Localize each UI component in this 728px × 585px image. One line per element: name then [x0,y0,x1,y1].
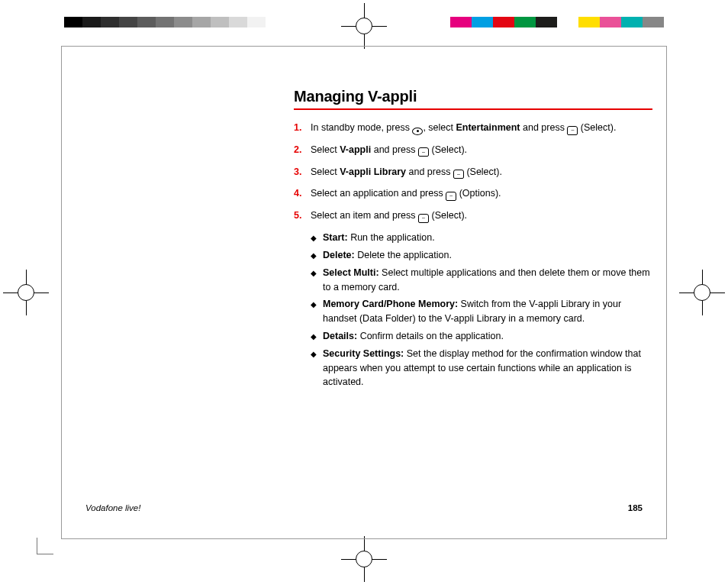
step-text: Select an application and press (Options… [311,186,652,201]
diamond-bullet-icon: ◆ [311,329,323,344]
page-footer: Vodafone live! 185 [85,503,643,512]
colorbar-left [64,17,266,27]
registration-mark-left [3,270,49,315]
softkey-icon [418,147,429,157]
diamond-bullet-icon: ◆ [311,297,323,326]
list-item: ◆Memory Card/Phone Memory: Switch from t… [311,297,652,326]
softkey-icon [446,192,456,201]
registration-mark-bottom [341,536,387,582]
step-text: Select V-appli and press (Select). [311,143,652,157]
step-number: 4. [294,186,311,201]
list-item: ◆Select Multi: Select multiple applicati… [311,266,652,295]
registration-mark-top [341,3,387,49]
steps-list: 1. In standby mode, press , select Enter… [294,121,652,223]
step-number: 5. [294,208,311,223]
step-text: Select an item and press (Select). [311,208,652,223]
diamond-bullet-icon: ◆ [311,231,323,245]
diamond-bullet-icon: ◆ [311,248,323,263]
footer-left: Vodafone live! [85,503,140,512]
step-number: 3. [294,165,311,179]
step-text: In standby mode, press , select Entertai… [311,121,652,135]
options-list: ◆Start: Run the application. ◆Delete: De… [311,231,652,389]
softkey-icon [453,170,464,179]
center-key-icon [412,128,423,135]
page-content: Managing V-appli 1. In standby mode, pre… [294,88,652,393]
softkey-icon [418,214,429,223]
colorbar-right [450,17,664,27]
diamond-bullet-icon: ◆ [311,266,323,295]
step-text: Select V-appli Library and press (Select… [311,165,652,179]
step-item: 3. Select V-appli Library and press (Sel… [294,165,652,179]
step-number: 2. [294,143,311,157]
list-item: ◆Security Settings: Set the display meth… [311,347,652,389]
step-item: 4. Select an application and press (Opti… [294,186,652,201]
step-number: 1. [294,121,311,135]
diamond-bullet-icon: ◆ [311,347,323,389]
step-item: 2. Select V-appli and press (Select). [294,143,652,157]
registration-mark-right [679,270,725,315]
page-title: Managing V-appli [294,88,652,110]
step-item: 1. In standby mode, press , select Enter… [294,121,652,135]
crop-mark-bottom-left [37,532,60,554]
step-item: 5. Select an item and press (Select). [294,208,652,223]
softkey-icon [567,126,578,135]
list-item: ◆Details: Confirm details on the applica… [311,329,652,344]
list-item: ◆Start: Run the application. [311,231,652,245]
list-item: ◆Delete: Delete the application. [311,248,652,263]
page-number: 185 [628,503,643,512]
